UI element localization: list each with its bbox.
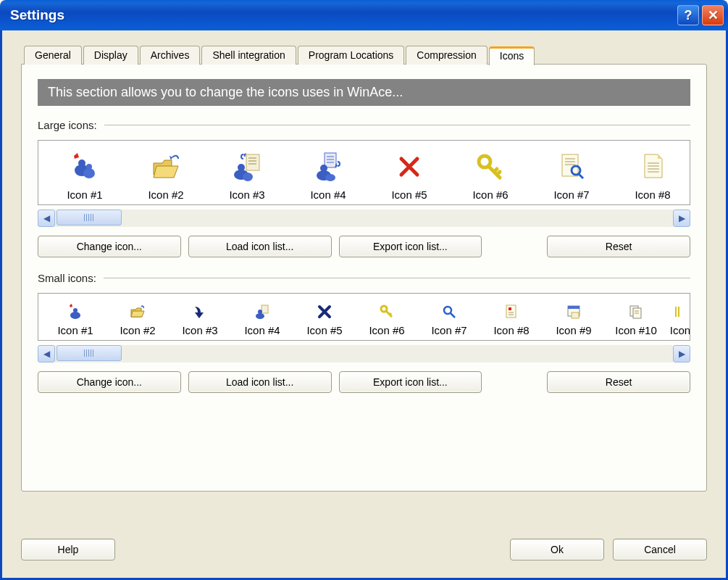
close-icon[interactable]: ✕ bbox=[702, 5, 724, 25]
tab-archives[interactable]: Archives bbox=[140, 46, 201, 65]
magnify-icon bbox=[440, 302, 459, 321]
load-icon-list-button[interactable]: Load icon list... bbox=[188, 236, 332, 257]
svg-line-27 bbox=[579, 174, 583, 178]
key-icon bbox=[377, 302, 396, 321]
divider bbox=[104, 125, 690, 125]
reset-button[interactable]: Reset bbox=[547, 236, 690, 257]
scroll-right-icon[interactable]: ▶ bbox=[673, 345, 690, 362]
small-icons-header: Small icons: bbox=[38, 272, 690, 284]
large-icon-item[interactable]: Icon #4 bbox=[288, 149, 369, 201]
large-icon-item[interactable]: Icon #2 bbox=[125, 149, 206, 201]
icon-label: Icon #1 bbox=[57, 324, 93, 336]
svg-point-19 bbox=[320, 165, 327, 172]
icon-label: Icon #3 bbox=[229, 188, 264, 201]
scroll-thumb[interactable] bbox=[57, 345, 122, 361]
ok-button[interactable]: Ok bbox=[510, 539, 604, 560]
blue-x-icon bbox=[315, 302, 334, 321]
icon-label: Icon #2 bbox=[120, 324, 155, 336]
svg-point-11 bbox=[238, 164, 245, 171]
small-icon-item[interactable]: Icon #10 bbox=[605, 302, 667, 336]
folder-open-icon bbox=[148, 149, 183, 184]
section-description: This section allows you to change the ic… bbox=[38, 79, 690, 106]
svg-point-20 bbox=[325, 174, 335, 181]
icon-label: Icon #3 bbox=[182, 324, 217, 336]
people-doc-icon bbox=[253, 302, 272, 321]
tab-program-locations[interactable]: Program Locations bbox=[298, 46, 405, 65]
svg-point-36 bbox=[258, 310, 262, 314]
svg-rect-46 bbox=[572, 312, 579, 318]
large-icons-scrollbar[interactable]: ◀ ▶ bbox=[38, 210, 690, 227]
svg-point-32 bbox=[70, 312, 80, 319]
tab-compression[interactable]: Compression bbox=[406, 46, 487, 65]
small-icon-item[interactable]: Icon #1 bbox=[44, 302, 106, 336]
icon-label: Icon #10 bbox=[615, 324, 657, 336]
cancel-button[interactable]: Cancel bbox=[613, 539, 707, 560]
people-star-icon bbox=[67, 149, 102, 184]
small-icons-scrollbar[interactable]: ◀ ▶ bbox=[38, 345, 690, 362]
titlebar[interactable]: Settings ? ✕ bbox=[0, 0, 728, 30]
help-icon[interactable]: ? bbox=[677, 5, 699, 25]
icon-label: Icon #5 bbox=[306, 324, 342, 336]
export-icon-list-button[interactable]: Export icon list... bbox=[339, 236, 482, 257]
svg-point-35 bbox=[256, 313, 264, 319]
large-icons-list[interactable]: Icon #1 Icon #2 Icon #3 bbox=[38, 140, 690, 205]
icon-label: Icon bbox=[670, 324, 690, 336]
small-icon-item[interactable]: Icon #7 bbox=[418, 302, 480, 336]
small-icon-item[interactable]: Icon #8 bbox=[480, 302, 543, 336]
reset-button[interactable]: Reset bbox=[547, 371, 690, 393]
change-icon-button[interactable]: Change icon... bbox=[38, 236, 181, 257]
change-icon-button[interactable]: Change icon... bbox=[38, 371, 181, 393]
small-icon-item[interactable]: Icon #5 bbox=[293, 302, 356, 336]
tab-icons[interactable]: Icons bbox=[489, 46, 535, 65]
scroll-thumb[interactable] bbox=[57, 210, 122, 225]
svg-rect-45 bbox=[568, 306, 580, 309]
scroll-left-icon[interactable]: ◀ bbox=[38, 345, 55, 362]
scroll-track[interactable] bbox=[55, 210, 673, 227]
small-icon-item[interactable]: Icon #9 bbox=[543, 302, 605, 336]
help-button[interactable]: Help bbox=[21, 539, 115, 560]
small-icon-item[interactable]: Icon #4 bbox=[231, 302, 293, 336]
small-icons-list[interactable]: Icon #1 Icon #2 Icon #3 Icon #4 Icon #5 bbox=[38, 293, 690, 341]
large-icons-label: Large icons: bbox=[38, 119, 97, 131]
arrow-down-icon bbox=[191, 302, 209, 321]
large-icon-item[interactable]: Icon #8 bbox=[612, 149, 690, 201]
large-icon-item[interactable]: Icon #5 bbox=[369, 149, 450, 201]
scroll-left-icon[interactable]: ◀ bbox=[38, 210, 55, 227]
icon-label: Icon #4 bbox=[310, 188, 346, 201]
large-icon-item[interactable]: Icon #7 bbox=[531, 149, 612, 201]
small-icon-item[interactable]: Icon #2 bbox=[106, 302, 169, 336]
tab-shell-integration[interactable]: Shell integration bbox=[201, 46, 296, 65]
small-icon-item[interactable]: Icon #6 bbox=[356, 302, 418, 336]
icon-label: Icon #8 bbox=[635, 188, 670, 201]
svg-point-38 bbox=[444, 307, 451, 314]
small-icon-item-partial[interactable]: Icon bbox=[667, 302, 690, 336]
svg-point-33 bbox=[73, 308, 78, 312]
tab-general[interactable]: General bbox=[24, 46, 82, 65]
doc-magnify-icon bbox=[554, 149, 589, 184]
app-window-icon bbox=[564, 302, 583, 321]
large-icons-buttons: Change icon... Load icon list... Export … bbox=[38, 236, 690, 257]
large-icon-item[interactable]: Icon #3 bbox=[206, 149, 288, 201]
load-icon-list-button[interactable]: Load icon list... bbox=[188, 371, 332, 393]
small-icon-item[interactable]: Icon #3 bbox=[169, 302, 231, 336]
tabstrip: General Display Archives Shell integrati… bbox=[24, 45, 707, 64]
svg-rect-34 bbox=[262, 305, 268, 313]
tab-display[interactable]: Display bbox=[83, 46, 138, 65]
large-icon-item[interactable]: Icon #6 bbox=[450, 149, 531, 201]
icon-label: Icon #1 bbox=[67, 188, 102, 201]
client-area: General Display Archives Shell integrati… bbox=[0, 30, 728, 580]
window-title: Settings bbox=[10, 7, 674, 23]
export-icon-list-button[interactable]: Export icon list... bbox=[339, 371, 482, 393]
red-x-icon bbox=[392, 149, 427, 184]
icon-label: Icon #9 bbox=[556, 324, 591, 336]
svg-point-2 bbox=[83, 168, 95, 178]
scroll-right-icon[interactable]: ▶ bbox=[673, 210, 690, 227]
large-icon-item[interactable]: Icon #1 bbox=[44, 149, 125, 201]
divider bbox=[104, 278, 690, 278]
svg-point-37 bbox=[381, 306, 387, 312]
svg-rect-13 bbox=[325, 153, 336, 167]
icon-label: Icon #6 bbox=[369, 324, 404, 336]
dialog-buttons: Help Ok Cancel bbox=[21, 539, 707, 560]
scroll-track[interactable] bbox=[55, 345, 673, 362]
small-icons-buttons: Change icon... Load icon list... Export … bbox=[38, 371, 690, 393]
